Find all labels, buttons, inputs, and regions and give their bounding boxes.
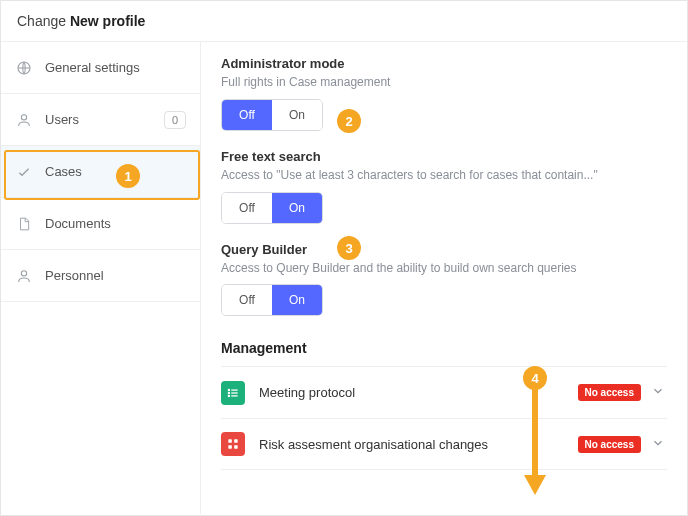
sidebar: General settings Users 0 Cases <box>1 42 201 514</box>
management-row-name: Risk assesment organisational changes <box>259 437 578 452</box>
list-icon <box>221 381 245 405</box>
document-icon <box>15 215 33 233</box>
page-title: New profile <box>70 13 145 29</box>
access-badge: No access <box>578 436 641 453</box>
globe-icon <box>15 59 33 77</box>
sidebar-item-label: Users <box>45 112 164 127</box>
toggle-admin-mode[interactable]: Off On <box>221 99 323 131</box>
users-count-badge: 0 <box>164 111 186 129</box>
sidebar-item-label: Documents <box>45 216 186 231</box>
svg-point-3 <box>228 389 229 390</box>
management-row[interactable]: Risk assesment organisational changes No… <box>221 418 667 470</box>
content: Administrator mode Full rights in Case m… <box>201 42 687 514</box>
section-title-management: Management <box>221 340 667 356</box>
management-row[interactable]: Meeting protocol No access <box>221 366 667 418</box>
setting-desc: Access to "Use at least 3 characters to … <box>221 167 667 184</box>
sidebar-item-label: Personnel <box>45 268 186 283</box>
grid-icon <box>221 432 245 456</box>
svg-point-5 <box>228 392 229 393</box>
sidebar-item-label: Cases <box>45 164 186 179</box>
toggle-query-builder[interactable]: Off On <box>221 284 323 316</box>
setting-title: Free text search <box>221 149 667 164</box>
sidebar-item-users[interactable]: Users 0 <box>1 94 200 146</box>
sidebar-item-cases[interactable]: Cases <box>1 146 200 198</box>
page-header: Change New profile <box>1 1 687 42</box>
sidebar-item-general-settings[interactable]: General settings <box>1 42 200 94</box>
sidebar-item-documents[interactable]: Documents <box>1 198 200 250</box>
chevron-down-icon[interactable] <box>651 384 665 401</box>
toggle-on[interactable]: On <box>272 193 322 223</box>
setting-desc: Full rights in Case management <box>221 74 667 91</box>
check-icon <box>15 163 33 181</box>
access-badge: No access <box>578 384 641 401</box>
toggle-on[interactable]: On <box>272 100 322 130</box>
management-row-name: Meeting protocol <box>259 385 578 400</box>
sidebar-item-personnel[interactable]: Personnel <box>1 250 200 302</box>
setting-free-text-search: Free text search Access to "Use at least… <box>221 149 667 224</box>
toggle-free-text-search[interactable]: Off On <box>221 192 323 224</box>
setting-title: Administrator mode <box>221 56 667 71</box>
setting-query-builder: Query Builder Access to Query Builder an… <box>221 242 667 317</box>
setting-desc: Access to Query Builder and the ability … <box>221 260 667 277</box>
toggle-off[interactable]: Off <box>222 285 272 315</box>
toggle-off[interactable]: Off <box>222 100 272 130</box>
window: Change New profile General settings Us <box>0 0 688 516</box>
svg-rect-12 <box>234 446 238 450</box>
header-prefix: Change <box>17 13 66 29</box>
toggle-off[interactable]: Off <box>222 193 272 223</box>
svg-point-7 <box>228 395 229 396</box>
setting-title: Query Builder <box>221 242 667 257</box>
svg-rect-11 <box>228 446 232 450</box>
sidebar-item-label: General settings <box>45 60 186 75</box>
chevron-down-icon[interactable] <box>651 436 665 453</box>
person-icon <box>15 267 33 285</box>
setting-admin-mode: Administrator mode Full rights in Case m… <box>221 56 667 131</box>
svg-rect-9 <box>228 440 232 444</box>
body: General settings Users 0 Cases <box>1 42 687 514</box>
user-icon <box>15 111 33 129</box>
svg-point-1 <box>21 114 26 119</box>
svg-point-2 <box>21 270 26 275</box>
svg-rect-10 <box>234 440 238 444</box>
toggle-on[interactable]: On <box>272 285 322 315</box>
